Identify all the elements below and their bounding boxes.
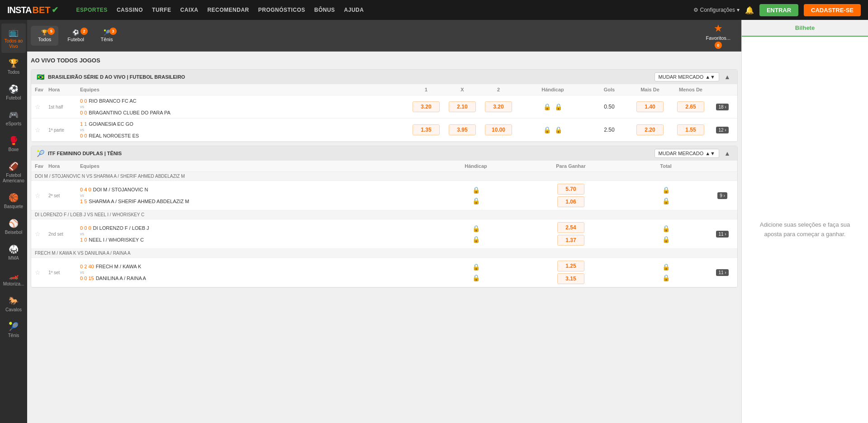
nav-caixa[interactable]: CAIXA [180,7,199,13]
tennis-m3-pg2-button[interactable]: 3.15 [557,273,584,284]
sidebar-item-futebol-americano[interactable]: 🏈 Futebol Americano [1,158,26,187]
sidebar-item-esports[interactable]: 🎮 eSports [1,106,26,130]
tab-tenis[interactable]: 🎾 3 Tênis [93,26,120,46]
match2-odds2-button[interactable]: 10.00 [485,124,512,135]
match1-team1-line: 0 0 RIO BRANCO FC AC [80,98,408,104]
nav-cassino[interactable]: CASSINO [117,7,143,13]
tab-todos[interactable]: 🏆 5 Todos [31,26,58,46]
header-hora: Hora [48,87,80,92]
match1-menos-de-button[interactable]: 2.65 [677,101,704,112]
sidebar-item-cavalos[interactable]: 🐎 Cavalos [1,292,26,316]
sidebar-label-cavalos: Cavalos [5,307,22,313]
tab-futebol[interactable]: ⚽ 2 Futebol [60,26,91,46]
tennis-header-para-ganhar: Para Ganhar [521,163,621,169]
match2-team1-name: GOIANESIA EC GO [89,121,133,127]
content-area: 🏆 5 Todos ⚽ 2 Futebol 🎾 3 Tênis ★ Favori… [27,20,741,423]
fav-star-2[interactable]: ☆ [35,126,48,133]
tennis-m1-total-lock1: 🔒 [662,186,670,194]
logo-check: ✔ [52,5,58,15]
nav-esportes[interactable]: ESPORTES [76,7,108,13]
match1-odds1-button[interactable]: 3.20 [413,101,440,112]
header-col2: 2 [480,87,517,92]
match2-vs: vs [80,128,408,132]
football-market-select[interactable]: MUDAR MERCADO ▲▼ [655,72,719,81]
football-match-row-2: ☆ 1ª parte 1 1 GOIANESIA EC GO vs 0 0 RE… [31,119,737,142]
tab-favorites[interactable]: ★ Favoritos... 0 [699,20,738,52]
tennis-m2-more-button[interactable]: 11 › [716,231,728,238]
entrar-button[interactable]: ENTRAR [759,4,798,16]
tennis-m3-t1-name: FRECH M / KAWA K [96,264,142,269]
tennis-m1-handicap-cell: 🔒 🔒 [431,186,521,204]
bell-icon[interactable]: 🔔 [745,6,754,14]
nav-ajuda[interactable]: AJUDA [344,7,364,13]
tennis-match3-teams: 0 2 40 FRECH M / KAWA K vs 0 0 15 DANILI… [80,264,431,281]
sidebar-item-mma[interactable]: 🥋 MMA [1,241,26,265]
sidebar-item-motoriza[interactable]: 🏎️ Motoriza... [1,266,26,290]
tennis-m1-pg2-button[interactable]: 1.06 [557,196,584,207]
tennis-m3-hc-lock1: 🔒 [472,263,480,271]
tennis-m3-more-button[interactable]: 11 › [716,269,728,276]
tennis-match1-teams: 0 4 0 DOI M / STOJANOVIC N vs 1 5 SHARMA… [80,187,431,204]
sidebar-item-boxe[interactable]: 🥊 Boxe [1,132,26,156]
tennis-league-header: 🎾 ITF FEMININO DUPLAS | TÊNIS MUDAR MERC… [31,146,737,161]
left-sidebar: 📺 Todos ao Vivo 🏆 Todos ⚽ Futebol 🎮 eSpo… [0,20,27,423]
tennis-m2-pg1-button[interactable]: 2.54 [557,222,584,233]
header-menos-de: Menos De [670,87,711,92]
config-button[interactable]: ⚙ Configurações ▾ [693,7,740,13]
tennis-match3-vs: vs [80,270,431,275]
sidebar-item-futebol[interactable]: ⚽ Futebol [1,81,26,105]
tennis-m3-hc-lock2: 🔒 [472,274,480,281]
nav-turfe[interactable]: TURFE [152,7,171,13]
tennis-m2-more-cell: 11 › [711,231,734,238]
tab-tenis-label: Tênis [101,37,113,42]
tennis-match-row-3: ☆ 1º set 0 2 40 FRECH M / KAWA K vs 0 0 … [31,258,737,287]
tennis-collapse-button[interactable]: ▲ [723,149,732,158]
football-collapse-button[interactable]: ▲ [723,72,732,81]
nav-prognosticos[interactable]: PROGNÓSTICOS [258,7,305,13]
american-football-icon: 🏈 [9,162,19,171]
sidebar-item-todos[interactable]: 🏆 Todos [1,55,26,79]
nav-recomendar[interactable]: RECOMENDAR [207,7,249,13]
match2-more-button[interactable]: 12 › [716,127,728,133]
tennis-m3-t2-score: 0 0 15 [80,276,94,281]
match1-odds2-cell: 3.20 [480,101,517,112]
match1-oddsx-button[interactable]: 2.10 [449,101,476,112]
bilhete-tab[interactable]: Bilhete [742,20,868,37]
header-gols: Gols [589,87,630,92]
sidebar-item-basquete[interactable]: 🏀 Basquete [1,189,26,213]
match1-odds2-button[interactable]: 3.20 [485,101,512,112]
favorites-label: Favoritos... [706,35,730,41]
tennis-table-header: Fav Hora Equipes Hándicap Para Ganhar To… [31,161,737,172]
match2-team2-name: REAL NOROESTE ES [89,133,139,138]
sidebar-item-tenis[interactable]: 🎾 Tênis [1,318,26,342]
tennis-m2-total-cell: 🔒 🔒 [621,225,711,243]
main-content: AO VIVO TODOS JOGOS 🇧🇷 BRASILEIRÃO SÉRIE… [27,52,741,423]
tennis-m1-more-button[interactable]: 9 › [717,192,727,199]
tennis-m3-pg1-button[interactable]: 1.25 [557,261,584,271]
match1-more-cell: 18 › [711,104,734,110]
match1-more-button[interactable]: 18 › [716,104,728,110]
match2-oddsx-button[interactable]: 3.95 [449,124,476,135]
tennis-m1-t1-name: DOI M / STOJANOVIC N [93,187,148,192]
tennis-m1-t2-name: SHARMA A / SHERIF AHMED ABDELAZIZ M [89,199,189,204]
fav-star-t3[interactable]: ☆ [35,269,48,276]
match2-mais-de-button[interactable]: 2.20 [636,124,664,135]
fav-star-t1[interactable]: ☆ [35,192,48,199]
match1-team2-name: BRAGANTINO CLUBE DO PARA PA [89,110,171,115]
main-layout: 📺 Todos ao Vivo 🏆 Todos ⚽ Futebol 🎮 eSpo… [0,20,868,423]
match1-mais-de-button[interactable]: 1.40 [636,101,664,112]
football-match-row-1: ☆ 1st half 0 0 RIO BRANCO FC AC vs 0 0 B… [31,95,737,119]
sidebar-item-beisebol[interactable]: ⚾ Beisebol [1,215,26,239]
header-equipes: Equipes [80,87,408,92]
tennis-m2-pg2-button[interactable]: 1.37 [557,235,584,246]
fav-star-t2[interactable]: ☆ [35,230,48,238]
fav-star-1[interactable]: ☆ [35,103,48,110]
match2-menos-de-button[interactable]: 1.55 [677,124,704,135]
tennis-m2-hc-lock1: 🔒 [472,225,480,232]
match2-odds1-button[interactable]: 1.35 [413,124,440,135]
cadastre-button[interactable]: CADASTRE-SE [804,4,861,16]
sidebar-item-todos-ao-vivo[interactable]: 📺 Todos ao Vivo [1,24,26,53]
nav-bonus[interactable]: BÔNUS [314,7,335,13]
tennis-m1-pg1-button[interactable]: 5.70 [557,184,584,195]
tennis-market-select[interactable]: MUDAR MERCADO ▲▼ [655,149,719,158]
